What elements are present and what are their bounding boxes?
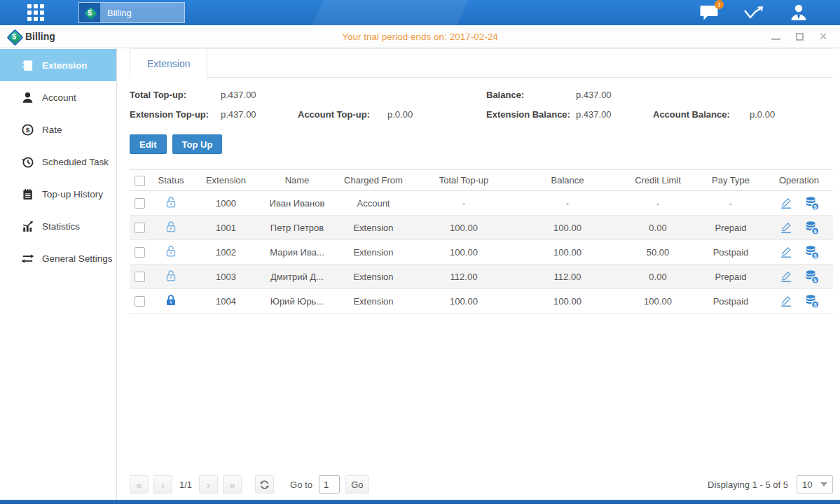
edit-row-icon[interactable] bbox=[779, 270, 793, 284]
first-page-button[interactable]: « bbox=[130, 475, 149, 493]
prev-page-button[interactable]: ‹ bbox=[153, 475, 172, 493]
table-row[interactable]: 1002 Мария Ива... Extension 100.00 100.0… bbox=[130, 240, 833, 265]
cell-extension: 1003 bbox=[193, 265, 259, 289]
col-operation: Operation bbox=[765, 170, 833, 191]
edit-row-icon[interactable] bbox=[779, 245, 793, 259]
main-content: Extension Total Top-up: p.437.00 Extensi… bbox=[117, 48, 840, 500]
window-title: Billing bbox=[25, 31, 55, 42]
lock-open-icon bbox=[164, 244, 178, 258]
close-button[interactable]: × bbox=[818, 31, 829, 42]
table-row[interactable]: 1000 Иван Иванов Account - - - - bbox=[130, 191, 833, 216]
minimize-button[interactable] bbox=[770, 31, 781, 42]
table-row[interactable]: 1004 Юрий Юрь... Extension 100.00 100.00… bbox=[130, 289, 833, 314]
page-size-select[interactable]: 10 bbox=[797, 475, 833, 493]
notification-badge: ! bbox=[715, 0, 724, 9]
edit-button[interactable]: Edit bbox=[130, 134, 167, 154]
cell-credit-limit: 100.00 bbox=[619, 289, 696, 314]
cell-extension: 1004 bbox=[193, 289, 259, 314]
extension-book-icon bbox=[21, 59, 34, 72]
col-balance: Balance bbox=[516, 170, 619, 191]
cell-name: Дмитрий Д... bbox=[259, 265, 335, 289]
pagination-bar: « ‹ 1/1 › » Go to Go Displaying bbox=[130, 475, 833, 493]
top-up-row-icon[interactable]: $ bbox=[804, 220, 820, 235]
messages-icon[interactable]: ! bbox=[698, 2, 719, 23]
cell-credit-limit: 50.00 bbox=[619, 240, 696, 265]
next-page-button[interactable]: › bbox=[199, 475, 218, 493]
billing-app-icon: $ bbox=[79, 3, 100, 22]
go-button[interactable]: Go bbox=[345, 475, 369, 493]
row-checkbox[interactable] bbox=[135, 296, 145, 307]
status-lock-icon[interactable] bbox=[164, 244, 178, 258]
row-checkbox[interactable] bbox=[135, 247, 145, 258]
edit-row-icon[interactable] bbox=[779, 294, 793, 308]
top-up-row-icon[interactable]: $ bbox=[804, 293, 820, 309]
cell-charged-from: Extension bbox=[335, 240, 412, 265]
sidebar-item-statistics[interactable]: Statistics bbox=[0, 210, 116, 242]
row-checkbox[interactable] bbox=[135, 272, 145, 282]
col-total-topup: Total Top-up bbox=[412, 170, 516, 191]
billing-app-window: $ Billing ! bbox=[0, 0, 840, 504]
status-lock-icon[interactable] bbox=[164, 195, 178, 209]
cell-pay-type: Postpaid bbox=[696, 240, 765, 265]
tab-extension[interactable]: Extension bbox=[130, 49, 207, 78]
dollar-circle-icon: $ bbox=[21, 123, 34, 136]
trial-notice: Your trial period ends on: 2017-02-24 bbox=[0, 31, 840, 42]
col-credit-limit: Credit Limit bbox=[619, 170, 696, 191]
refresh-button[interactable] bbox=[255, 475, 274, 493]
sidebar-item-scheduled-task[interactable]: Scheduled Task bbox=[0, 146, 116, 178]
tab-label: Extension bbox=[147, 58, 190, 69]
sidebar-label: Scheduled Task bbox=[42, 157, 109, 167]
table-row[interactable]: 1001 Петр Петров Extension 100.00 100.00… bbox=[130, 216, 833, 240]
billing-window-icon: $ bbox=[7, 29, 21, 43]
row-checkbox[interactable] bbox=[135, 198, 145, 209]
lock-closed-icon bbox=[164, 293, 178, 307]
account-balance-value: p.0.00 bbox=[750, 109, 833, 120]
status-lock-icon[interactable] bbox=[164, 293, 178, 307]
cell-credit-limit: - bbox=[619, 191, 696, 216]
cell-total-topup: 100.00 bbox=[412, 216, 516, 240]
sidebar-item-account[interactable]: Account bbox=[0, 81, 116, 113]
user-account-icon[interactable] bbox=[788, 2, 809, 23]
status-lock-icon[interactable] bbox=[164, 220, 178, 234]
select-all-checkbox[interactable] bbox=[135, 176, 145, 186]
top-up-row-icon[interactable]: $ bbox=[804, 269, 820, 284]
lock-open-icon bbox=[164, 220, 178, 234]
cell-name: Петр Петров bbox=[259, 216, 335, 240]
edit-row-icon[interactable] bbox=[779, 220, 793, 234]
total-topup-label: Total Top-up: bbox=[130, 90, 221, 100]
cell-balance: 100.00 bbox=[516, 216, 619, 240]
top-up-row-icon[interactable]: $ bbox=[804, 244, 820, 260]
sidebar-label: Statistics bbox=[42, 221, 80, 232]
sidebar-label: Top-up History bbox=[42, 189, 103, 200]
last-page-button[interactable]: » bbox=[223, 475, 242, 493]
table-row[interactable]: 1003 Дмитрий Д... Extension 112.00 112.0… bbox=[130, 265, 833, 289]
sidebar-label: Account bbox=[42, 92, 76, 103]
col-charged-from: Charged From bbox=[335, 170, 412, 191]
apps-grid-icon[interactable] bbox=[25, 2, 46, 23]
displaying-info: Displaying 1 - 5 of 5 bbox=[708, 479, 788, 490]
window-bottom-edge bbox=[0, 500, 840, 504]
balance-label: Balance: bbox=[486, 90, 576, 100]
row-checkbox[interactable] bbox=[135, 223, 145, 233]
taskbar-tab-billing[interactable]: $ Billing bbox=[78, 2, 185, 23]
svg-text:$: $ bbox=[813, 277, 817, 284]
maximize-button[interactable] bbox=[794, 31, 805, 42]
goto-page-input[interactable] bbox=[319, 475, 340, 493]
sidebar-item-topup-history[interactable]: Top-up History bbox=[0, 178, 116, 210]
cell-credit-limit: 0.00 bbox=[619, 216, 696, 240]
sidebar-item-rate[interactable]: $ Rate bbox=[0, 113, 116, 146]
top-up-row-icon[interactable]: $ bbox=[804, 195, 820, 211]
edit-row-icon[interactable] bbox=[779, 196, 793, 210]
svg-text:$: $ bbox=[813, 204, 817, 210]
reports-chart-icon[interactable] bbox=[743, 2, 764, 23]
lock-open-icon bbox=[164, 195, 178, 209]
status-lock-icon[interactable] bbox=[164, 269, 178, 283]
svg-text:$: $ bbox=[813, 253, 817, 259]
sidebar-item-general-settings[interactable]: General Settings bbox=[0, 242, 116, 274]
cell-balance: 100.00 bbox=[516, 240, 619, 265]
top-up-button[interactable]: Top Up bbox=[172, 134, 223, 154]
sidebar-item-extension[interactable]: Extension bbox=[0, 49, 116, 81]
taskbar-tab-label: Billing bbox=[100, 8, 142, 18]
cell-name: Мария Ива... bbox=[259, 240, 335, 265]
cell-pay-type: Postpaid bbox=[696, 289, 765, 314]
